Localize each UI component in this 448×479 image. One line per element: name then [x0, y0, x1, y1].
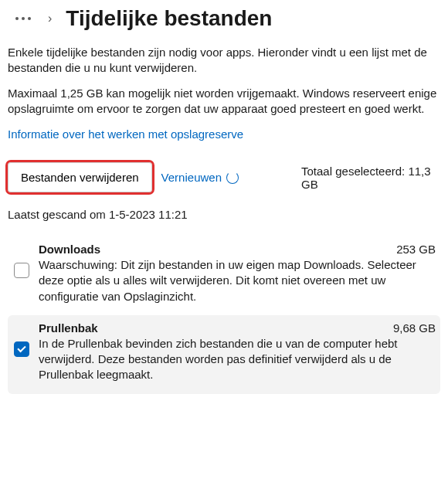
list-item: Downloads 253 GB Waarschuwing: Dit zijn … — [8, 236, 440, 315]
reserve-info-link[interactable]: Informatie over het werken met opslagres… — [8, 127, 243, 141]
reserve-note: Maximaal 1,25 GB kan mogelijk niet worde… — [8, 86, 440, 117]
item-title: Downloads — [39, 243, 100, 256]
chevron-right-icon: › — [48, 12, 52, 25]
last-scanned: Laatst gescand om 1-5-2023 11:21 — [8, 208, 440, 221]
item-size: 9,68 GB — [393, 321, 436, 335]
overflow-menu-icon[interactable] — [12, 14, 34, 23]
action-row: Bestanden verwijderen Vernieuwen Totaal … — [8, 162, 440, 192]
item-description: Waarschuwing: Dit zijn bestanden in uw e… — [39, 257, 436, 304]
item-description: In de Prullenbak bevinden zich bestanden… — [39, 336, 436, 383]
list-item: Prullenbak 9,68 GB In de Prullenbak bevi… — [8, 315, 440, 394]
refresh-label: Vernieuwen — [161, 171, 222, 184]
checkbox-recyclebin[interactable] — [14, 341, 29, 357]
refresh-button[interactable]: Vernieuwen — [160, 168, 240, 187]
breadcrumb: › Tijdelijke bestanden — [8, 0, 440, 45]
checkmark-icon — [17, 344, 25, 352]
delete-files-button[interactable]: Bestanden verwijderen — [8, 162, 152, 192]
refresh-icon — [226, 172, 239, 184]
page-title: Tijdelijke bestanden — [66, 6, 272, 31]
intro-text: Enkele tijdelijke bestanden zijn nodig v… — [8, 45, 440, 76]
checkbox-downloads[interactable] — [14, 263, 29, 278]
item-size: 253 GB — [396, 243, 436, 256]
total-selected: Totaal geselecteerd: 11,3 GB — [301, 165, 440, 191]
item-title: Prullenbak — [39, 321, 98, 335]
